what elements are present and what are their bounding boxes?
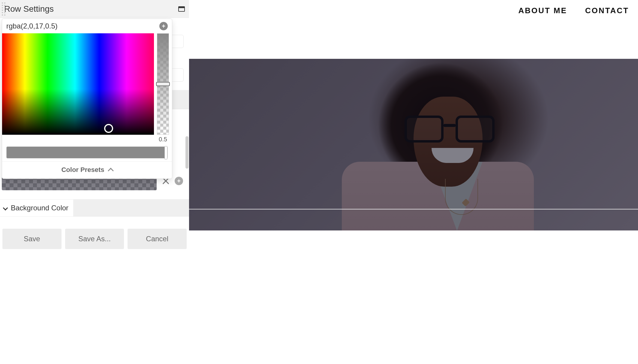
- chevron-up-icon: [108, 168, 114, 174]
- preview-divider: [189, 209, 638, 209]
- panel-footer: Save Save As... Cancel: [0, 227, 189, 251]
- hidden-control-1[interactable]: [170, 35, 184, 48]
- add-color-icon[interactable]: +: [175, 177, 183, 185]
- save-as-button[interactable]: Save As...: [65, 229, 124, 249]
- color-value-input[interactable]: [6, 22, 159, 30]
- spectrum-cursor[interactable]: [104, 124, 113, 133]
- alpha-value-label: 0.5: [159, 136, 167, 143]
- chevron-down-icon: [3, 206, 8, 211]
- section-tab-strip: [73, 200, 189, 216]
- panel-scrollbar[interactable]: [185, 136, 188, 169]
- maximize-icon[interactable]: [178, 6, 185, 12]
- page-preview: [189, 59, 638, 230]
- panel-title: Row Settings: [4, 4, 178, 14]
- nav-about-link[interactable]: ABOUT ME: [518, 6, 567, 15]
- panel-side-strip: [170, 90, 189, 109]
- preview-color-overlay: [189, 59, 638, 230]
- background-color-section[interactable]: Background Color: [0, 199, 189, 217]
- hue-slider[interactable]: [6, 146, 168, 158]
- background-color-label: Background Color: [11, 204, 68, 212]
- color-presets-label: Color Presets: [61, 166, 104, 174]
- row-settings-panel: Row Settings + Background Color Save Sav…: [0, 0, 189, 18]
- top-nav: ABOUT ME CONTACT: [518, 0, 638, 21]
- hidden-control-2[interactable]: [170, 68, 184, 82]
- drag-handle-icon[interactable]: [2, 2, 5, 16]
- color-input-row: +: [2, 19, 172, 33]
- nav-contact-link[interactable]: CONTACT: [585, 6, 629, 15]
- color-presets-toggle[interactable]: Color Presets: [2, 161, 172, 179]
- panel-header[interactable]: Row Settings: [0, 0, 189, 18]
- color-picker-popup: + 0.5 Color Presets: [2, 19, 172, 179]
- save-button[interactable]: Save: [2, 229, 62, 249]
- color-spectrum[interactable]: [2, 33, 154, 135]
- cancel-button[interactable]: Cancel: [128, 229, 187, 249]
- plus-icon: +: [162, 23, 165, 30]
- add-preset-button[interactable]: +: [159, 22, 168, 30]
- hue-thumb[interactable]: [164, 146, 167, 159]
- alpha-column: 0.5: [157, 33, 169, 143]
- alpha-thumb[interactable]: [156, 82, 170, 86]
- picker-area: 0.5: [2, 33, 172, 144]
- hue-row: [2, 144, 172, 161]
- alpha-slider[interactable]: [157, 33, 169, 135]
